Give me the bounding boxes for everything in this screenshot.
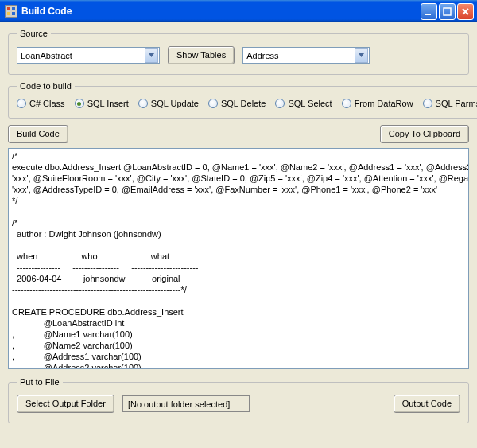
radio-label: SQL Parms: [436, 99, 477, 108]
radio-label: C# Class: [29, 99, 65, 108]
radio-sql-delete[interactable]: SQL Delete: [208, 99, 266, 108]
radio-icon: [208, 99, 218, 108]
radio-label: From DataRow: [355, 99, 413, 108]
radio-icon: [342, 99, 351, 108]
chevron-down-icon[interactable]: [145, 48, 158, 63]
code-to-build-group: Code to build C# Class SQL Insert SQL Up…: [8, 81, 477, 119]
code-to-build-legend: Code to build: [17, 81, 75, 91]
radio-sql-insert[interactable]: SQL Insert: [75, 99, 129, 108]
radio-icon: [75, 99, 84, 108]
radio-from-datarow[interactable]: From DataRow: [342, 99, 413, 108]
radio-csharp-class[interactable]: C# Class: [17, 99, 65, 108]
radio-label: SQL Delete: [221, 99, 266, 108]
source-group: Source LoanAbstract Show Tables Address: [8, 29, 469, 75]
source-combo-2-text: Address: [246, 51, 354, 60]
svg-rect-1: [12, 7, 15, 10]
source-combo-1-text: LoanAbstract: [21, 51, 144, 60]
source-legend: Source: [17, 29, 51, 38]
window-title: Build Code: [21, 6, 72, 17]
code-output-textarea[interactable]: [8, 148, 469, 369]
select-output-folder-button[interactable]: Select Output Folder: [17, 395, 114, 413]
radio-icon: [138, 99, 148, 108]
radio-sql-update[interactable]: SQL Update: [138, 99, 199, 108]
show-tables-button[interactable]: Show Tables: [168, 46, 235, 64]
svg-rect-0: [7, 7, 10, 10]
app-icon: [5, 5, 17, 18]
copy-to-clipboard-button[interactable]: Copy To Clipboard: [380, 125, 469, 143]
source-combo-1[interactable]: LoanAbstract: [17, 47, 160, 64]
put-to-file-group: Put to File Select Output Folder [No out…: [8, 377, 469, 423]
radio-label: SQL Select: [288, 99, 332, 108]
put-to-file-legend: Put to File: [17, 377, 63, 387]
svg-rect-4: [425, 14, 431, 15]
radio-icon: [423, 99, 432, 108]
window-maximize-button[interactable]: [439, 3, 456, 20]
build-code-button[interactable]: Build Code: [8, 125, 68, 143]
svg-rect-2: [7, 12, 10, 15]
window-minimize-button[interactable]: [421, 3, 437, 20]
svg-rect-5: [444, 8, 451, 15]
svg-rect-3: [12, 12, 15, 15]
radio-icon: [275, 99, 285, 108]
chevron-down-icon[interactable]: [355, 48, 368, 63]
output-folder-status: [No output folder selected]: [122, 395, 250, 412]
source-combo-2[interactable]: Address: [242, 47, 370, 64]
output-code-button[interactable]: Output Code: [394, 395, 460, 413]
radio-label: SQL Insert: [87, 99, 129, 108]
radio-icon: [17, 99, 26, 108]
window-close-button[interactable]: [457, 3, 474, 20]
radio-sql-parms[interactable]: SQL Parms: [423, 99, 477, 108]
window-titlebar: Build Code: [0, 0, 477, 22]
radio-sql-select[interactable]: SQL Select: [275, 99, 332, 108]
radio-label: SQL Update: [151, 99, 199, 108]
